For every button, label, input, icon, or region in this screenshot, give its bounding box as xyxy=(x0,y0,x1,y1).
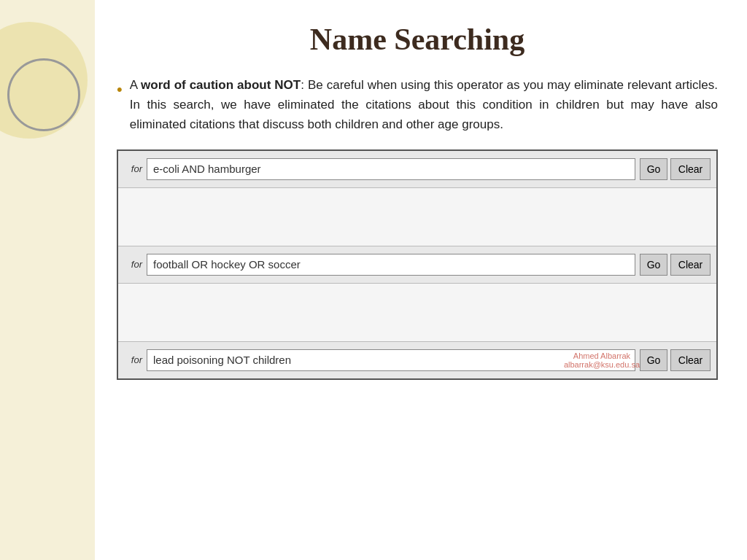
bullet-dot: • xyxy=(117,77,123,102)
go-button-1[interactable]: Go xyxy=(640,158,667,180)
go-button-3[interactable]: Go xyxy=(640,349,667,371)
page-title: Name Searching xyxy=(117,22,718,57)
for-label-3: for xyxy=(124,354,142,365)
search-input-2[interactable] xyxy=(147,254,635,276)
bullet-text: A word of caution about NOT: Be careful … xyxy=(130,75,718,135)
for-label-1: for xyxy=(124,163,142,174)
clear-button-3[interactable]: Clear xyxy=(670,349,711,371)
clear-button-1[interactable]: Clear xyxy=(670,158,711,180)
bullet-item: • A word of caution about NOT: Be carefu… xyxy=(117,75,718,135)
go-button-2[interactable]: Go xyxy=(640,254,667,276)
bullet-section: • A word of caution about NOT: Be carefu… xyxy=(117,75,718,135)
search-result-area-2 xyxy=(118,284,716,342)
search-row-2: for Go Clear xyxy=(118,246,716,284)
clear-button-2[interactable]: Clear xyxy=(670,254,711,276)
for-label-2: for xyxy=(124,259,142,270)
decorative-circle-inner xyxy=(7,58,80,131)
search-row-1: for Go Clear xyxy=(118,151,716,188)
search-form: for Go Clear for Go Clear for Ahmed Alba… xyxy=(117,149,718,380)
search-input-1[interactable] xyxy=(147,158,635,180)
left-decorative-panel xyxy=(0,0,95,560)
search-result-area-1 xyxy=(118,188,716,246)
main-content: Name Searching • A word of caution about… xyxy=(95,0,747,560)
bullet-prefix: A xyxy=(130,78,141,92)
search-input-3[interactable] xyxy=(147,349,635,371)
search-row-3: for Ahmed Albarrak albarrak@ksu.edu.sa G… xyxy=(118,342,716,378)
bullet-bold: word of caution about NOT xyxy=(141,78,301,92)
